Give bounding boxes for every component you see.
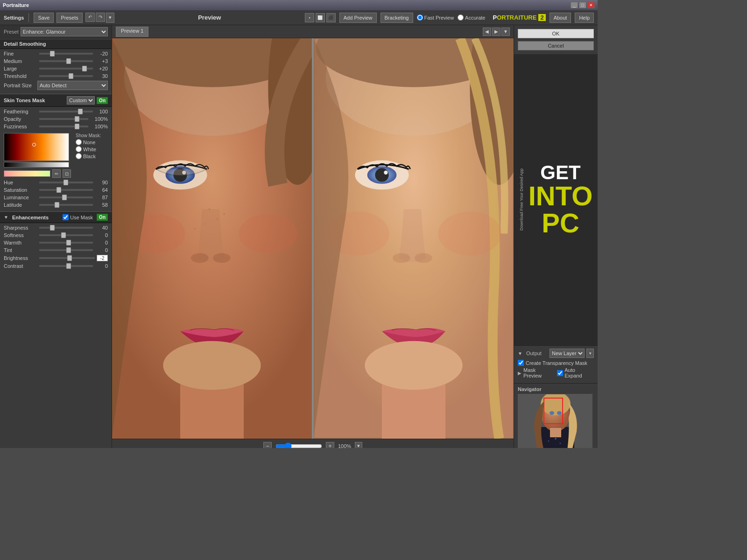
mask-preview-expand[interactable]: ▶ <box>518 371 521 376</box>
opacity-slider[interactable] <box>39 118 88 120</box>
cancel-button[interactable]: Cancel <box>518 41 594 50</box>
saturation-slider[interactable] <box>39 189 93 191</box>
fuzziness-slider-row: Fuzziness 100 % <box>4 124 108 129</box>
output-select[interactable]: New Layer <box>550 349 585 358</box>
left-panel: Preset Enhance: Glamour Detail Smoothing… <box>0 25 112 448</box>
ad-area: Download Free Your Desired App GET INTO … <box>514 54 598 345</box>
svg-point-27 <box>393 253 410 263</box>
presets-button[interactable]: Presets <box>56 13 82 23</box>
close-button[interactable]: ✕ <box>587 2 595 8</box>
svg-point-32 <box>365 341 462 390</box>
minimize-button[interactable]: _ <box>571 2 578 8</box>
color-swatch <box>4 170 50 177</box>
version-badge: 2 <box>538 14 545 21</box>
before-image <box>112 38 312 439</box>
ad-get: GET <box>540 163 580 182</box>
contrast-slider[interactable] <box>39 265 93 267</box>
tint-slider[interactable] <box>39 249 93 251</box>
eraser-button[interactable]: ⊡ <box>63 169 71 178</box>
eyedropper-button[interactable]: ✏ <box>52 169 61 178</box>
skin-tones-toggle[interactable]: On <box>97 97 108 104</box>
next-nav-button[interactable]: ▶ <box>492 28 500 36</box>
preview-content <box>112 38 514 439</box>
presets-dropdown-arrow[interactable]: ▾ <box>106 13 114 23</box>
feathering-slider[interactable] <box>39 111 93 112</box>
use-mask-checkbox[interactable] <box>63 214 69 220</box>
bracketing-button[interactable]: Bracketing <box>381 13 413 23</box>
compare-view-icon[interactable]: ⬛ <box>326 13 336 22</box>
threshold-slider[interactable] <box>39 75 93 77</box>
preset-select[interactable]: Enhance: Glamour <box>21 27 108 36</box>
auto-expand-checkbox[interactable] <box>557 370 563 376</box>
svg-point-9 <box>213 253 231 263</box>
fuzziness-slider[interactable] <box>39 126 88 127</box>
detail-smoothing-header: Detail Smoothing <box>0 39 112 49</box>
none-radio[interactable]: None <box>76 139 101 145</box>
brightness-slider[interactable] <box>39 257 95 259</box>
zoom-dropdown[interactable]: ▾ <box>355 442 362 448</box>
latitude-slider[interactable] <box>39 204 93 206</box>
warmth-slider-row: Warmth 0 <box>4 240 108 245</box>
large-slider-row: Large +20 <box>4 66 108 71</box>
right-top-buttons: OK Cancel <box>514 25 598 54</box>
right-panel: OK Cancel Download Free Your Desired App… <box>514 25 598 448</box>
brightness-input[interactable] <box>97 255 108 261</box>
add-preview-button[interactable]: Add Preview <box>339 13 377 23</box>
black-radio[interactable]: Black <box>76 153 101 159</box>
preview-tab-1[interactable]: Preview 1 <box>116 27 148 37</box>
feathering-label: Feathering <box>4 109 37 114</box>
zoom-slider[interactable] <box>275 442 322 448</box>
softness-value: 0 <box>95 232 108 238</box>
zoom-out-button[interactable]: − <box>263 442 272 448</box>
about-button[interactable]: About <box>550 13 571 23</box>
fine-slider[interactable] <box>39 53 93 55</box>
sharpness-slider[interactable] <box>39 227 93 229</box>
sharpness-label: Sharpness <box>4 225 37 231</box>
luminance-slider[interactable] <box>39 196 93 198</box>
fine-slider-row: Fine -20 <box>4 51 108 56</box>
portrait-size-select[interactable]: Auto Detect <box>37 81 108 90</box>
svg-point-41 <box>548 441 550 442</box>
skin-tones-header: Skin Tones Mask Custom On <box>0 94 112 107</box>
preview-bottom: − + 100% ▾ <box>112 439 514 448</box>
redo-button[interactable]: ↷ <box>96 13 105 22</box>
warmth-slider[interactable] <box>39 242 93 244</box>
hue-slider[interactable] <box>39 182 93 183</box>
luminance-bar[interactable] <box>4 162 69 168</box>
save-button[interactable]: Save <box>34 13 54 23</box>
prev-nav-button[interactable]: ◀ <box>483 28 491 36</box>
fuzziness-pct: % <box>103 124 108 129</box>
output-collapse[interactable]: ▼ <box>518 351 522 356</box>
undo-button[interactable]: ↶ <box>85 13 95 22</box>
help-button[interactable]: Help <box>575 13 594 23</box>
saturation-value: 64 <box>95 187 108 193</box>
transparency-mask-checkbox[interactable] <box>518 360 524 366</box>
black-label: Black <box>83 154 96 159</box>
large-slider[interactable] <box>39 68 93 70</box>
svg-rect-37 <box>550 428 561 437</box>
single-view-icon[interactable]: ▪ <box>305 13 314 22</box>
softness-slider[interactable] <box>39 234 93 236</box>
logo-area: PORTRAITURE 2 <box>493 14 546 21</box>
color-gradient[interactable] <box>4 133 69 161</box>
accurate-radio[interactable]: Accurate <box>458 14 485 21</box>
feathering-slider-row: Feathering 100 <box>4 109 108 114</box>
skin-tones-select[interactable]: Custom <box>67 96 95 105</box>
maximize-button[interactable]: □ <box>579 2 586 8</box>
white-label: White <box>83 147 96 152</box>
undo-redo-group: ↶ ↷ ▾ <box>85 13 114 23</box>
fast-preview-radio[interactable]: Fast Preview <box>417 14 454 21</box>
use-mask-checkbox-row: Use Mask <box>63 214 93 220</box>
enhancements-toggle[interactable]: On <box>97 214 108 221</box>
output-label: Output <box>526 350 548 356</box>
ok-button[interactable]: OK <box>518 29 594 38</box>
white-radio[interactable]: White <box>76 146 101 152</box>
medium-slider[interactable] <box>39 60 93 62</box>
split-view-icon[interactable]: ⬜ <box>316 13 325 22</box>
enhancements-collapse[interactable]: ▼ <box>4 215 8 220</box>
nav-menu-button[interactable]: ▼ <box>501 28 510 36</box>
svg-point-40 <box>555 438 557 440</box>
zoom-in-button[interactable]: + <box>326 442 334 448</box>
tint-label: Tint <box>4 247 37 253</box>
output-dropdown-arrow[interactable]: ▾ <box>586 349 594 358</box>
